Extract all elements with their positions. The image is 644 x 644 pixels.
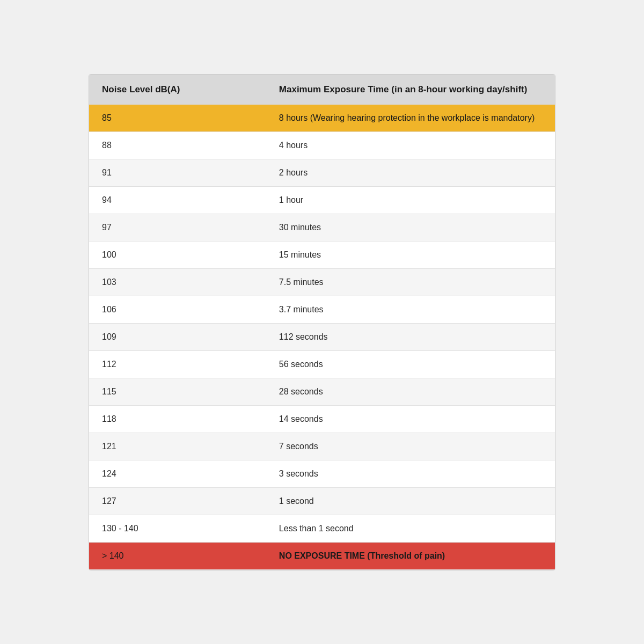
table-row: 858 hours (Wearing hearing protection in… [89,105,555,132]
exposure-time-cell: 1 hour [266,186,555,214]
exposure-time-cell: 56 seconds [266,350,555,378]
noise-level-cell: 100 [89,241,266,268]
column-header-noise: Noise Level dB(A) [89,75,266,105]
exposure-time-cell: 1 second [266,487,555,515]
noise-level-cell: 127 [89,487,266,515]
exposure-time-cell: 30 minutes [266,214,555,241]
exposure-time-cell: 112 seconds [266,323,555,350]
exposure-time-cell: NO EXPOSURE TIME (Threshold of pain) [266,542,555,569]
table-row: > 140NO EXPOSURE TIME (Threshold of pain… [89,542,555,569]
table-row: 1063.7 minutes [89,296,555,323]
noise-exposure-table: Noise Level dB(A) Maximum Exposure Time … [89,74,555,570]
noise-level-cell: 85 [89,105,266,132]
noise-level-cell: 112 [89,350,266,378]
exposure-time-cell: 14 seconds [266,405,555,433]
noise-level-cell: 124 [89,460,266,487]
column-header-exposure: Maximum Exposure Time (in an 8-hour work… [266,75,555,105]
noise-level-cell: 121 [89,433,266,460]
noise-level-cell: 97 [89,214,266,241]
exposure-time-cell: Less than 1 second [266,515,555,542]
noise-level-cell: > 140 [89,542,266,569]
table-row: 11814 seconds [89,405,555,433]
table-row: 1271 second [89,487,555,515]
noise-level-cell: 88 [89,131,266,159]
table-row: 9730 minutes [89,214,555,241]
exposure-time-cell: 3 seconds [266,460,555,487]
table-row: 11256 seconds [89,350,555,378]
exposure-time-cell: 15 minutes [266,241,555,268]
table-header-row: Noise Level dB(A) Maximum Exposure Time … [89,75,555,105]
exposure-time-cell: 2 hours [266,159,555,186]
table-row: 10015 minutes [89,241,555,268]
noise-level-cell: 103 [89,268,266,296]
table-row: 941 hour [89,186,555,214]
table-row: 1243 seconds [89,460,555,487]
table-row: 130 - 140Less than 1 second [89,515,555,542]
table-row: 1217 seconds [89,433,555,460]
noise-level-cell: 130 - 140 [89,515,266,542]
noise-level-cell: 118 [89,405,266,433]
noise-level-cell: 115 [89,378,266,405]
exposure-time-cell: 8 hours (Wearing hearing protection in t… [266,105,555,132]
exposure-time-cell: 7 seconds [266,433,555,460]
table-row: 884 hours [89,131,555,159]
exposure-time-cell: 28 seconds [266,378,555,405]
exposure-time-cell: 7.5 minutes [266,268,555,296]
noise-level-cell: 94 [89,186,266,214]
table-row: 109112 seconds [89,323,555,350]
noise-level-cell: 109 [89,323,266,350]
table-row: 1037.5 minutes [89,268,555,296]
exposure-time-cell: 3.7 minutes [266,296,555,323]
table-row: 11528 seconds [89,378,555,405]
table-row: 912 hours [89,159,555,186]
noise-level-cell: 91 [89,159,266,186]
noise-level-cell: 106 [89,296,266,323]
exposure-time-cell: 4 hours [266,131,555,159]
